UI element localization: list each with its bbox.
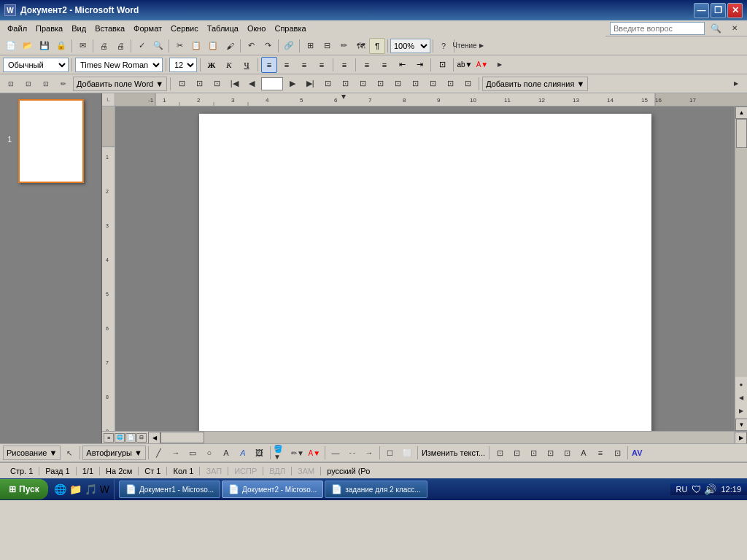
menu-service[interactable]: Сервис bbox=[166, 23, 203, 34]
clipart-button[interactable]: 🖼 bbox=[252, 445, 268, 461]
bullets-button[interactable]: ≡ bbox=[376, 57, 392, 73]
mm-btn10[interactable]: ▶ bbox=[285, 76, 301, 92]
toolbar-options-button[interactable]: ▶ bbox=[473, 38, 489, 54]
print-view-button[interactable]: 📄 bbox=[125, 433, 136, 443]
print-preview-button[interactable]: 🖨 bbox=[96, 38, 112, 54]
undo-button[interactable]: ↶ bbox=[243, 38, 259, 54]
spellcheck-button[interactable]: ✓ bbox=[133, 38, 150, 54]
scroll-down-button[interactable]: ▼ bbox=[735, 419, 747, 431]
decrease-indent-button[interactable]: ⇤ bbox=[394, 57, 410, 73]
ql-media-icon[interactable]: 🎵 bbox=[85, 483, 97, 495]
print-button[interactable]: 🖨 bbox=[112, 38, 128, 54]
mm-btn11[interactable]: ▶| bbox=[302, 76, 318, 92]
format-painter-button[interactable]: 🖌 bbox=[222, 38, 238, 54]
align-right-button[interactable]: ≡ bbox=[296, 57, 312, 73]
ql-explorer-icon[interactable]: 📁 bbox=[69, 483, 82, 495]
menu-edit[interactable]: Правка bbox=[31, 23, 67, 34]
close-button[interactable]: ✕ bbox=[727, 3, 743, 18]
mm-btn2[interactable]: ⊡ bbox=[20, 76, 36, 92]
add-merge-field-button[interactable]: Добавить поле слияния ▼ bbox=[482, 77, 588, 91]
add-field-button[interactable]: Добавить поле Word ▼ bbox=[73, 77, 167, 91]
draw-btn6[interactable]: A bbox=[576, 445, 592, 461]
menu-table[interactable]: Таблица bbox=[203, 23, 243, 34]
prev-page-button[interactable]: ◀ bbox=[735, 392, 748, 404]
paste-button[interactable]: 📋 bbox=[205, 38, 221, 54]
draw-btn7[interactable]: ≡ bbox=[592, 445, 608, 461]
outside-border-button[interactable]: ⊡ bbox=[434, 57, 450, 73]
permissions-button[interactable]: 🔒 bbox=[53, 38, 69, 54]
align-left-button[interactable]: ≡ bbox=[261, 57, 277, 73]
help-close-icon[interactable]: ✕ bbox=[727, 20, 743, 36]
ql-ie-icon[interactable]: 🌐 bbox=[54, 483, 66, 495]
justify-button[interactable]: ≡ bbox=[314, 57, 330, 73]
mm-btn17[interactable]: ⊡ bbox=[407, 76, 423, 92]
scroll-track[interactable] bbox=[735, 119, 747, 377]
font-select[interactable]: Times New Roman Arial bbox=[75, 58, 163, 72]
hyperlink-button[interactable]: 🔗 bbox=[281, 38, 297, 54]
draw-btn2[interactable]: ⊡ bbox=[508, 445, 525, 461]
mm-btn12[interactable]: ⊡ bbox=[320, 76, 336, 92]
highlight-button[interactable]: ab▼ bbox=[457, 57, 473, 73]
reading-button[interactable]: Чтение bbox=[457, 38, 473, 54]
menu-window[interactable]: Окно bbox=[243, 23, 271, 34]
menu-file[interactable]: Файл bbox=[3, 23, 31, 34]
fillcolor-button[interactable]: 🪣▼ bbox=[273, 445, 289, 461]
redo-button[interactable]: ↷ bbox=[260, 38, 276, 54]
table-button[interactable]: ⊞ bbox=[302, 38, 318, 54]
drawing-menu-button[interactable]: Рисование ▼ bbox=[3, 446, 61, 460]
taskbar-doc2[interactable]: 📄 Документ2 - Microso... bbox=[222, 481, 323, 498]
hscroll-left-button[interactable]: ◀ bbox=[148, 432, 160, 444]
help-input[interactable] bbox=[610, 22, 705, 35]
draw-btn1[interactable]: ⊡ bbox=[492, 445, 508, 461]
draw-btn4[interactable]: ⊡ bbox=[542, 445, 558, 461]
mm-btn18[interactable]: ⊡ bbox=[425, 76, 441, 92]
fmt-options-button[interactable]: ▶ bbox=[492, 57, 508, 73]
increase-indent-button[interactable]: ⇥ bbox=[411, 57, 427, 73]
columns-button[interactable]: ⊟ bbox=[319, 38, 335, 54]
menu-view[interactable]: Вид bbox=[67, 23, 90, 34]
mm-options-button[interactable]: ▶ bbox=[728, 76, 744, 92]
docmap-button[interactable]: 🗺 bbox=[352, 38, 368, 54]
mm-record-field[interactable] bbox=[261, 77, 283, 90]
mm-btn16[interactable]: ⊡ bbox=[390, 76, 406, 92]
document-page[interactable] bbox=[199, 114, 651, 431]
numbering-button[interactable]: ≡ bbox=[359, 57, 375, 73]
tray-antivirus-icon[interactable]: 🛡 bbox=[692, 483, 702, 495]
cut-button[interactable]: ✂ bbox=[171, 38, 187, 54]
drawing-button[interactable]: ✏ bbox=[336, 38, 352, 54]
next-page-button[interactable]: ▶ bbox=[735, 405, 748, 417]
ql-word-icon[interactable]: W bbox=[100, 483, 109, 495]
scroll-thumb[interactable] bbox=[736, 119, 747, 148]
arrowstyle-button[interactable]: → bbox=[361, 445, 377, 461]
oval-button[interactable]: ○ bbox=[201, 445, 217, 461]
restore-button[interactable]: ❐ bbox=[711, 3, 726, 18]
italic-button[interactable]: К bbox=[221, 57, 237, 73]
outline-view-button[interactable]: ⊟ bbox=[136, 433, 147, 443]
showmarks-button[interactable]: ¶ bbox=[369, 38, 385, 54]
hscroll-thumb[interactable] bbox=[160, 432, 204, 443]
draw-arrow-button[interactable]: ↖ bbox=[61, 445, 77, 461]
mm-btn9[interactable]: ◀ bbox=[244, 76, 260, 92]
mm-btn6[interactable]: ⊡ bbox=[191, 76, 207, 92]
autoshapes-button[interactable]: Автофигуры ▼ bbox=[82, 446, 146, 460]
mm-btn7[interactable]: ⊡ bbox=[209, 76, 225, 92]
menu-insert[interactable]: Вставка bbox=[90, 23, 129, 34]
new-button[interactable]: 📄 bbox=[3, 38, 19, 54]
mm-btn20[interactable]: ⊡ bbox=[460, 76, 476, 92]
copy-button[interactable]: 📋 bbox=[188, 38, 204, 54]
shadow-button[interactable]: ☐ bbox=[382, 445, 398, 461]
page-thumb-1[interactable] bbox=[18, 99, 84, 183]
underline-button[interactable]: Ч bbox=[239, 57, 255, 73]
minimize-button[interactable]: — bbox=[694, 3, 709, 18]
menu-format[interactable]: Формат bbox=[129, 23, 166, 34]
mm-btn13[interactable]: ⊡ bbox=[337, 76, 353, 92]
help-search-icon[interactable]: 🔍 bbox=[708, 20, 724, 36]
start-button[interactable]: ⊞ Пуск bbox=[0, 479, 48, 499]
linestyle-button[interactable]: — bbox=[328, 445, 344, 461]
tray-network-icon[interactable]: 🔊 bbox=[704, 483, 716, 495]
mm-btn19[interactable]: ⊡ bbox=[442, 76, 458, 92]
help-button[interactable]: ? bbox=[436, 38, 452, 54]
mm-btn14[interactable]: ⊡ bbox=[355, 76, 371, 92]
hscroll-right-button[interactable]: ▶ bbox=[735, 432, 747, 444]
align-center-button[interactable]: ≡ bbox=[279, 57, 295, 73]
